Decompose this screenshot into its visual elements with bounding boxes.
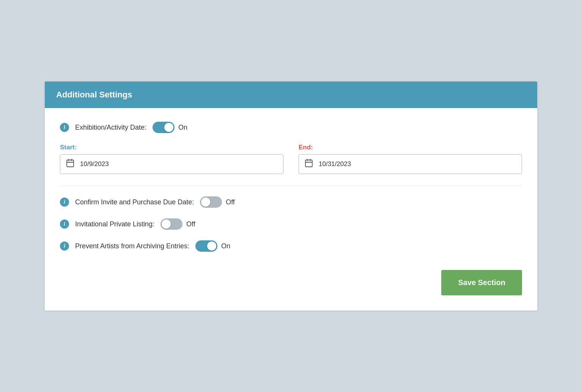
confirm-invite-row: i Confirm Invite and Purchase Due Date: … xyxy=(60,196,522,208)
invitational-private-info-icon[interactable]: i xyxy=(60,220,69,229)
prevent-archiving-toggle-thumb xyxy=(207,241,216,251)
exhibition-date-state-label: On xyxy=(178,124,187,132)
page-title: Additional Settings xyxy=(56,90,132,99)
divider-1 xyxy=(60,185,522,186)
confirm-invite-state-label: Off xyxy=(226,198,235,206)
exhibition-date-toggle-wrapper: On xyxy=(153,122,187,133)
date-section: Start: 10/9/2023 xyxy=(60,144,522,174)
date-row: Start: 10/9/2023 xyxy=(60,144,522,174)
save-section-button[interactable]: Save Section xyxy=(441,270,522,295)
start-date-label: Start: xyxy=(60,144,283,151)
end-date-label: End: xyxy=(299,144,522,151)
prevent-archiving-label: Prevent Artists from Archiving Entries: xyxy=(75,242,189,250)
confirm-invite-toggle[interactable] xyxy=(200,196,222,208)
confirm-invite-info-icon[interactable]: i xyxy=(60,198,69,207)
bottom-row: Save Section xyxy=(60,262,522,295)
end-date-input[interactable]: 10/31/2023 xyxy=(299,154,522,174)
start-calendar-icon xyxy=(66,158,75,170)
card-header: Additional Settings xyxy=(45,82,537,108)
prevent-archiving-info-icon[interactable]: i xyxy=(60,241,69,251)
exhibition-date-toggle-thumb xyxy=(164,123,173,132)
end-calendar-icon xyxy=(304,158,313,170)
exhibition-date-toggle[interactable] xyxy=(153,122,175,133)
invitational-private-toggle[interactable] xyxy=(160,218,182,230)
confirm-invite-label: Confirm Invite and Purchase Due Date: xyxy=(75,198,194,206)
confirm-invite-toggle-wrapper: Off xyxy=(200,196,235,208)
card-body: i Exhibition/Activity Date: On Start: xyxy=(45,108,537,310)
start-date-input[interactable]: 10/9/2023 xyxy=(60,154,283,174)
svg-rect-4 xyxy=(305,160,312,167)
invitational-private-row: i Invitational Private Listing: Off xyxy=(60,218,522,230)
invitational-private-toggle-wrapper: Off xyxy=(160,218,195,230)
prevent-archiving-toggle[interactable] xyxy=(195,240,217,252)
invitational-private-state-label: Off xyxy=(186,220,195,228)
start-date-field: Start: 10/9/2023 xyxy=(60,144,283,174)
additional-settings-card: Additional Settings i Exhibition/Activit… xyxy=(44,81,538,311)
prevent-archiving-state-label: On xyxy=(221,242,230,250)
exhibition-date-label: Exhibition/Activity Date: xyxy=(75,124,146,132)
prevent-archiving-toggle-wrapper: On xyxy=(195,240,230,252)
exhibition-date-row: i Exhibition/Activity Date: On xyxy=(60,122,522,133)
confirm-invite-toggle-thumb xyxy=(201,198,210,207)
svg-rect-0 xyxy=(67,160,74,167)
end-date-value: 10/31/2023 xyxy=(319,160,351,168)
invitational-private-label: Invitational Private Listing: xyxy=(75,220,154,228)
invitational-private-toggle-thumb xyxy=(162,220,171,229)
end-date-field: End: 10/31/2023 xyxy=(299,144,522,174)
prevent-archiving-row: i Prevent Artists from Archiving Entries… xyxy=(60,240,522,252)
start-date-value: 10/9/2023 xyxy=(80,160,109,168)
exhibition-date-info-icon[interactable]: i xyxy=(60,123,69,132)
